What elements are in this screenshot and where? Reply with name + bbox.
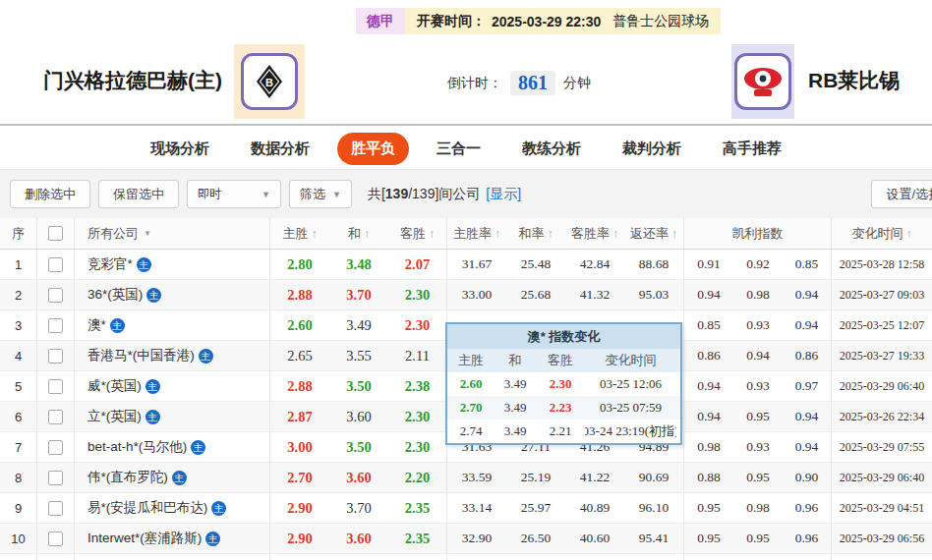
kelly-value: 0.93 [733,310,783,340]
nav-tab[interactable]: 胜平负 [337,133,409,165]
kelly-value: 0.95 [733,524,783,553]
odds-home[interactable]: 2.60 [270,310,329,340]
company-name[interactable]: Interwet*(塞浦路斯) [87,530,202,547]
league-badge[interactable]: 德甲 [356,8,405,34]
row-checkbox[interactable] [48,288,63,303]
popup-title: 澳* 指数变化 [447,324,680,349]
filter-dropdown[interactable]: 筛选 ▼ [289,180,352,208]
row-checkbox[interactable] [48,318,63,333]
odds-draw[interactable]: 3.50 [329,432,388,462]
header-draw-rate[interactable]: 和率↑ [506,218,565,249]
odds-draw[interactable]: 3.60 [329,463,388,492]
company-name[interactable]: bet-at-h*(马尔他) [87,438,187,456]
nav-tab[interactable]: 三合一 [423,133,495,165]
header-draw-odds[interactable]: 和↑ [329,218,388,249]
kelly-value: 0.88 [684,463,733,492]
table-row: 10Interwet*(塞浦路斯)主2.903.602.3532.9026.50… [0,524,932,554]
odds-home[interactable]: 2.90 [270,524,329,553]
odds-draw[interactable]: 3.50 [329,371,388,401]
odds-away[interactable]: 2.20 [388,463,447,492]
keep-selected-button[interactable]: 保留选中 [98,180,179,208]
nav-tab[interactable]: 教练分析 [508,133,595,165]
odds-draw[interactable]: 3.48 [329,250,388,279]
odds-home[interactable]: 2.70 [270,463,329,492]
return-rate: 90.69 [624,463,684,492]
odds-draw[interactable]: 3.70 [329,280,388,309]
row-checkbox[interactable] [48,257,63,272]
odds-away[interactable]: 2.07 [388,250,447,279]
row-checkbox[interactable] [48,471,63,485]
empty-cell [75,554,270,560]
countdown-unit: 分钟 [563,75,591,92]
company-name[interactable]: 易*(安提瓜和巴布达) [87,499,207,517]
row-checkbox-cell [37,371,75,401]
header-away-odds[interactable]: 客胜↑ [388,218,447,249]
nav-tab[interactable]: 数据分析 [237,133,323,165]
row-checkbox[interactable] [48,349,63,364]
company-cell: 竞彩官*主 [75,250,270,279]
select-all-checkbox[interactable] [48,226,63,241]
odds-draw[interactable]: 3.60 [329,524,388,553]
row-checkbox[interactable] [48,532,63,546]
nav-tab[interactable]: 裁判分析 [609,133,695,165]
odds-home[interactable]: 2.88 [270,280,329,309]
header-home-odds[interactable]: 主胜↑ [270,218,329,249]
primary-company-icon: 主 [191,440,205,455]
odds-away[interactable]: 2.30 [388,402,447,431]
company-name[interactable]: 竞彩官* [87,255,133,273]
row-checkbox-cell [37,250,75,279]
analysis-nav: 现场分析数据分析胜平负三合一教练分析裁判分析高手推荐 [0,128,932,169]
away-team-logo [731,44,794,119]
countdown-label: 倒计时： [447,75,502,92]
row-checkbox[interactable] [48,410,63,424]
company-name[interactable]: 威*(英国) [87,377,142,395]
kelly-value: 0.94 [783,402,832,431]
company-name[interactable]: 伟*(直布罗陀) [87,469,168,486]
odds-away[interactable]: 2.30 [388,432,447,462]
company-name[interactable]: 香港马*(中国香港) [87,347,195,364]
settings-button[interactable]: 设置/选择 [871,180,932,208]
company-name[interactable]: 36*(英国) [87,286,143,304]
odds-home[interactable]: 2.90 [270,493,329,523]
odds-away[interactable]: 2.11 [388,341,447,370]
primary-company-icon: 主 [211,501,226,516]
row-checkbox[interactable] [48,379,63,394]
odds-home[interactable]: 2.65 [270,341,329,370]
delete-selected-button[interactable]: 删除选中 [10,180,90,208]
odds-away[interactable]: 2.35 [388,524,447,553]
odds-home[interactable]: 2.87 [270,402,329,431]
row-checkbox[interactable] [48,440,63,455]
nav-tab[interactable]: 高手推荐 [709,133,795,165]
row-checkbox[interactable] [48,501,63,516]
company-name[interactable]: 澳* [87,316,106,334]
change-time: 2025-03-26 22:34 [832,402,932,431]
row-checkbox-cell [37,432,75,462]
header-return-rate[interactable]: 返还率↑ [624,218,684,249]
show-link[interactable]: [显示] [486,186,521,203]
odds-away[interactable]: 2.30 [388,310,447,340]
odds-draw[interactable]: 3.49 [329,310,388,340]
odds-away[interactable]: 2.30 [388,280,447,309]
odds-draw[interactable]: 3.55 [329,341,388,370]
odds-home[interactable]: 2.80 [270,250,329,279]
header-company[interactable]: 所有公司▼ [75,218,270,249]
kelly-value: 0.98 [733,493,783,523]
nav-tab[interactable]: 现场分析 [137,133,223,165]
company-name[interactable]: 立*(英国) [87,408,142,425]
odds-away[interactable]: 2.35 [388,493,447,523]
time-filter-dropdown[interactable]: 即时 ▼ [187,180,281,208]
header-away-rate[interactable]: 客胜率↑ [565,218,624,249]
odds-home[interactable]: 3.00 [270,432,329,462]
odds-home[interactable]: 2.88 [270,371,329,401]
odds-away[interactable]: 2.38 [388,371,447,401]
odds-draw[interactable]: 3.70 [329,493,388,523]
kelly-value: 0.98 [684,432,733,462]
primary-company-icon: 主 [199,349,213,364]
odds-draw[interactable]: 3.60 [329,402,388,431]
header-home-rate[interactable]: 主胜率↑ [447,218,506,249]
kelly-value: 0.91 [684,250,733,279]
chevron-down-icon: ▼ [332,190,341,199]
header-change-time[interactable]: 变化时间↑ [832,218,932,249]
draw-rate: 25.19 [506,463,565,492]
kelly-value: 0.92 [733,250,783,279]
